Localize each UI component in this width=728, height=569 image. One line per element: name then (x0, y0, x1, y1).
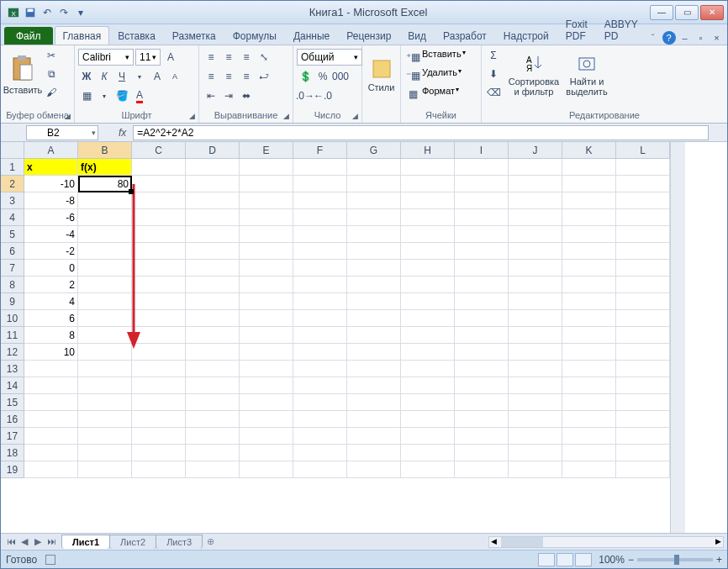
cell[interactable] (455, 377, 509, 394)
cell[interactable] (293, 445, 347, 461)
view-layout-icon[interactable] (557, 553, 573, 566)
cell[interactable] (293, 461, 347, 478)
cell[interactable] (509, 411, 562, 428)
cell[interactable] (186, 344, 240, 361)
minimize-button[interactable]: — (650, 5, 673, 20)
cell[interactable] (240, 310, 293, 327)
cell[interactable]: 0 (24, 260, 78, 277)
cell[interactable] (455, 361, 509, 377)
column-header[interactable]: A (24, 142, 78, 159)
cell[interactable] (616, 411, 670, 428)
cell[interactable]: f(x) (78, 159, 132, 176)
cell[interactable] (562, 428, 616, 445)
shrink-font-icon[interactable]: A (166, 68, 183, 85)
wrap-text-icon[interactable]: ⮐ (256, 68, 272, 85)
cell[interactable] (562, 461, 616, 478)
cell[interactable] (186, 226, 240, 243)
cell[interactable] (455, 176, 509, 192)
cell[interactable] (347, 209, 401, 226)
orientation-icon[interactable]: ⤡ (256, 49, 272, 66)
cell[interactable] (132, 327, 186, 344)
cell[interactable] (293, 209, 347, 226)
horizontal-scrollbar[interactable]: ◀▶ (488, 536, 724, 548)
cell[interactable]: -10 (24, 176, 78, 192)
cell[interactable] (293, 176, 347, 192)
dialog-launcher-icon[interactable]: ◢ (189, 112, 195, 120)
cell[interactable] (240, 377, 293, 394)
cell[interactable] (401, 277, 455, 293)
find-select-button[interactable]: Найти и выделить (562, 47, 611, 103)
row-header[interactable]: 14 (1, 377, 24, 394)
cell[interactable] (401, 209, 455, 226)
font-size-combo[interactable]: 11▾ (135, 49, 161, 66)
row-header[interactable]: 8 (1, 277, 24, 293)
cell[interactable] (132, 159, 186, 176)
name-box[interactable]: B2▾ (26, 125, 98, 140)
cell[interactable] (186, 377, 240, 394)
border-icon[interactable]: ▦ (78, 87, 95, 104)
tab-layout[interactable]: Разметка (164, 26, 224, 45)
cell[interactable] (401, 461, 455, 478)
cell[interactable]: 6 (24, 310, 78, 327)
row-header[interactable]: 13 (1, 361, 24, 377)
cell[interactable] (455, 293, 509, 310)
align-center-icon[interactable]: ≡ (220, 68, 237, 85)
cell[interactable] (293, 293, 347, 310)
view-normal-icon[interactable] (538, 553, 555, 566)
cell[interactable] (132, 377, 186, 394)
cell[interactable] (24, 361, 78, 377)
cell[interactable] (24, 377, 78, 394)
sheet-nav-next-icon[interactable]: ▶ (31, 536, 45, 547)
cell[interactable] (347, 176, 401, 192)
cell[interactable] (401, 377, 455, 394)
cell[interactable]: 80 (78, 176, 132, 192)
cell[interactable] (616, 361, 670, 377)
cell[interactable] (509, 277, 562, 293)
sheet-tab-3[interactable]: Лист3 (156, 535, 203, 549)
cell[interactable] (509, 176, 562, 192)
cell[interactable] (401, 361, 455, 377)
cell[interactable] (24, 394, 78, 411)
row-header[interactable]: 17 (1, 428, 24, 445)
align-right-icon[interactable]: ≡ (238, 68, 255, 85)
cell[interactable] (240, 192, 293, 209)
sheet-nav-prev-icon[interactable]: ◀ (18, 536, 31, 547)
tab-formulas[interactable]: Формулы (224, 26, 285, 45)
cell[interactable] (78, 226, 132, 243)
cell[interactable] (240, 428, 293, 445)
cell[interactable]: -4 (24, 226, 78, 243)
cell[interactable] (509, 192, 562, 209)
cell[interactable] (401, 260, 455, 277)
excel-icon[interactable]: X (6, 5, 21, 20)
redo-icon[interactable]: ↷ (56, 5, 71, 20)
window-restore-icon[interactable]: ▫ (694, 31, 708, 45)
cell[interactable] (132, 310, 186, 327)
cell[interactable] (562, 192, 616, 209)
percent-icon[interactable]: % (314, 68, 331, 85)
cell[interactable] (347, 277, 401, 293)
formula-input[interactable]: =A2^2+2*A2 (133, 125, 709, 140)
cell[interactable] (78, 394, 132, 411)
cell[interactable]: 8 (24, 327, 78, 344)
cell[interactable] (562, 176, 616, 192)
tab-insert[interactable]: Вставка (109, 26, 164, 45)
cell[interactable] (562, 277, 616, 293)
cell[interactable] (455, 209, 509, 226)
cell[interactable] (509, 394, 562, 411)
cell[interactable] (509, 209, 562, 226)
cell[interactable] (78, 461, 132, 478)
cell[interactable] (240, 344, 293, 361)
cell[interactable] (293, 243, 347, 260)
cell[interactable] (616, 445, 670, 461)
row-header[interactable]: 6 (1, 243, 24, 260)
cell[interactable] (347, 411, 401, 428)
close-button[interactable]: ✕ (700, 5, 724, 20)
cell[interactable] (401, 176, 455, 192)
cell[interactable] (347, 461, 401, 478)
cell[interactable] (347, 310, 401, 327)
cell[interactable] (616, 394, 670, 411)
cell[interactable] (509, 377, 562, 394)
cell[interactable] (240, 445, 293, 461)
fx-icon[interactable]: fx (119, 127, 126, 139)
row-header[interactable]: 9 (1, 293, 24, 310)
